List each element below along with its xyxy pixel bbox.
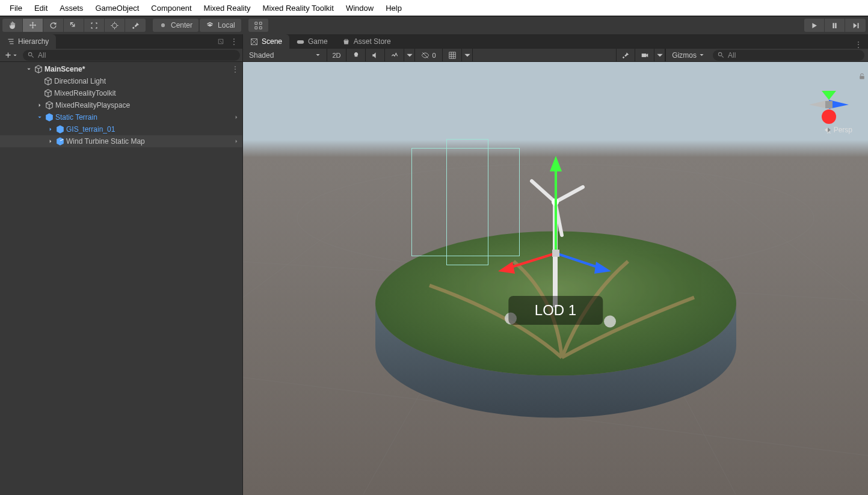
toolbar: Center Local bbox=[0, 16, 868, 34]
tree-label: Wind Turbine Static Map bbox=[66, 137, 145, 146]
tab-game[interactable]: Game bbox=[289, 34, 335, 49]
tree-item-static-terrain[interactable]: Static Terrain bbox=[0, 111, 242, 123]
open-prefab-icon[interactable] bbox=[234, 137, 239, 146]
svg-point-0 bbox=[112, 23, 117, 28]
svg-marker-27 bbox=[498, 262, 515, 274]
grid-dropdown[interactable] bbox=[462, 49, 473, 62]
pivot-mode-button[interactable]: Center bbox=[153, 19, 199, 32]
tab-menu-icon[interactable]: ⋮ bbox=[230, 37, 238, 46]
svg-point-7 bbox=[718, 52, 722, 56]
scale-tool[interactable] bbox=[64, 19, 84, 32]
camera-dropdown[interactable] bbox=[654, 49, 665, 62]
menu-edit[interactable]: Edit bbox=[28, 0, 54, 16]
menu-mr-toolkit[interactable]: Mixed Reality Toolkit bbox=[257, 0, 340, 16]
menu-window[interactable]: Window bbox=[340, 0, 380, 16]
hierarchy-tab-row: Hierarchy ⋮ bbox=[0, 34, 242, 49]
tab-label: Scene bbox=[262, 37, 282, 46]
transform-tool[interactable] bbox=[105, 19, 125, 32]
scene-menu-icon[interactable]: ⋮ bbox=[232, 65, 239, 73]
tools-button[interactable] bbox=[616, 49, 635, 62]
scene-tab-icon bbox=[250, 38, 258, 46]
pivot-rotation-label: Local bbox=[218, 21, 235, 29]
svg-marker-33 bbox=[822, 91, 836, 100]
fx-toggle[interactable] bbox=[385, 49, 404, 62]
hierarchy-search[interactable]: All bbox=[23, 50, 240, 61]
audio-toggle[interactable] bbox=[366, 49, 385, 62]
open-prefab-icon[interactable] bbox=[234, 113, 239, 121]
camera-button[interactable] bbox=[635, 49, 654, 62]
grid-toggle[interactable] bbox=[443, 49, 462, 62]
pivot-mode-label: Center bbox=[171, 21, 192, 29]
tab-asset-store[interactable]: Asset Store bbox=[335, 34, 398, 49]
hand-tool[interactable] bbox=[2, 19, 23, 32]
svg-rect-5 bbox=[297, 40, 304, 44]
wind-turbine-model bbox=[532, 181, 583, 307]
tree-item-gis-terrain[interactable]: GIS_terrain_01 bbox=[0, 123, 242, 135]
lighting-toggle[interactable] bbox=[346, 49, 366, 62]
game-tab-icon bbox=[297, 38, 304, 46]
tree-scene-root[interactable]: MainScene* ⋮ bbox=[0, 63, 242, 75]
step-button[interactable] bbox=[845, 19, 866, 32]
tree-item-directional-light[interactable]: Directional Light bbox=[0, 75, 242, 87]
scene-name: MainScene* bbox=[45, 65, 85, 73]
menu-gameobject[interactable]: GameObject bbox=[89, 0, 145, 16]
gameobject-icon bbox=[43, 76, 53, 86]
foldout-icon[interactable] bbox=[36, 103, 43, 108]
prefab-icon bbox=[55, 125, 65, 134]
grid-snap-button[interactable] bbox=[248, 19, 269, 32]
play-controls bbox=[804, 19, 866, 32]
fx-dropdown[interactable] bbox=[404, 49, 415, 62]
projection-label: Persp bbox=[834, 126, 852, 134]
menu-assets[interactable]: Assets bbox=[54, 0, 89, 16]
rect-tool[interactable] bbox=[84, 19, 105, 32]
scene-search-placeholder: All bbox=[728, 51, 736, 60]
menu-help[interactable]: Help bbox=[380, 0, 408, 16]
transform-tool-group bbox=[2, 19, 146, 32]
menu-file[interactable]: File bbox=[4, 0, 28, 16]
menu-bar: File Edit Assets GameObject Component Mi… bbox=[0, 0, 868, 16]
menu-mixed-reality[interactable]: Mixed Reality bbox=[198, 0, 257, 16]
menu-component[interactable]: Component bbox=[145, 0, 197, 16]
svg-marker-29 bbox=[594, 262, 611, 274]
tab-menu-icon[interactable]: ⋮ bbox=[855, 40, 862, 49]
orientation-lock-icon[interactable] bbox=[858, 73, 866, 82]
tree-item-mrtk[interactable]: MixedRealityToolkit bbox=[0, 87, 242, 99]
projection-icon bbox=[824, 126, 831, 134]
scene-panel: Scene Game Asset Store ⋮ Shaded 2D bbox=[243, 34, 868, 495]
tab-label: Asset Store bbox=[354, 37, 391, 46]
lod-overlay: LOD 1 bbox=[508, 296, 603, 325]
foldout-icon[interactable] bbox=[47, 139, 54, 144]
hierarchy-panel: Hierarchy ⋮ All MainScene* ⋮ bbox=[0, 34, 243, 495]
svg-rect-30 bbox=[552, 250, 559, 257]
pivot-rotation-button[interactable]: Local bbox=[200, 19, 241, 32]
scene-viewport[interactable]: LOD 1 x Persp bbox=[243, 62, 868, 495]
toggle-2d-button[interactable]: 2D bbox=[327, 49, 346, 62]
svg-marker-25 bbox=[550, 156, 562, 171]
scene-search[interactable]: All bbox=[713, 50, 864, 61]
hierarchy-tab[interactable]: Hierarchy bbox=[0, 34, 56, 49]
hierarchy-icon bbox=[7, 38, 14, 45]
draw-mode-dropdown[interactable]: Shaded bbox=[243, 49, 327, 62]
pause-button[interactable] bbox=[825, 19, 845, 32]
popout-icon[interactable] bbox=[217, 38, 224, 45]
tree-item-wind-turbine[interactable]: Wind Turbine Static Map bbox=[0, 135, 242, 147]
custom-tool[interactable] bbox=[125, 19, 146, 32]
foldout-icon[interactable] bbox=[47, 127, 54, 132]
hidden-objects-toggle[interactable]: 0 bbox=[415, 49, 443, 62]
tree-label: MixedRealityToolkit bbox=[54, 89, 116, 97]
gizmos-label: Gizmos bbox=[672, 51, 697, 60]
projection-toggle[interactable]: Persp bbox=[824, 126, 852, 134]
tree-item-playspace[interactable]: MixedRealityPlayspace bbox=[0, 99, 242, 111]
tree-label: Static Terrain bbox=[55, 113, 97, 121]
move-tool[interactable] bbox=[23, 19, 43, 32]
gameobject-icon bbox=[43, 88, 53, 98]
play-button[interactable] bbox=[804, 19, 825, 32]
create-button[interactable] bbox=[2, 50, 19, 61]
foldout-icon[interactable] bbox=[25, 67, 32, 72]
gizmos-dropdown[interactable]: Gizmos bbox=[665, 49, 710, 62]
svg-line-20 bbox=[532, 181, 555, 202]
rotate-tool[interactable] bbox=[43, 19, 64, 32]
foldout-icon[interactable] bbox=[36, 115, 43, 120]
scene-tab-row: Scene Game Asset Store ⋮ bbox=[243, 34, 868, 49]
tab-scene[interactable]: Scene bbox=[243, 34, 289, 49]
